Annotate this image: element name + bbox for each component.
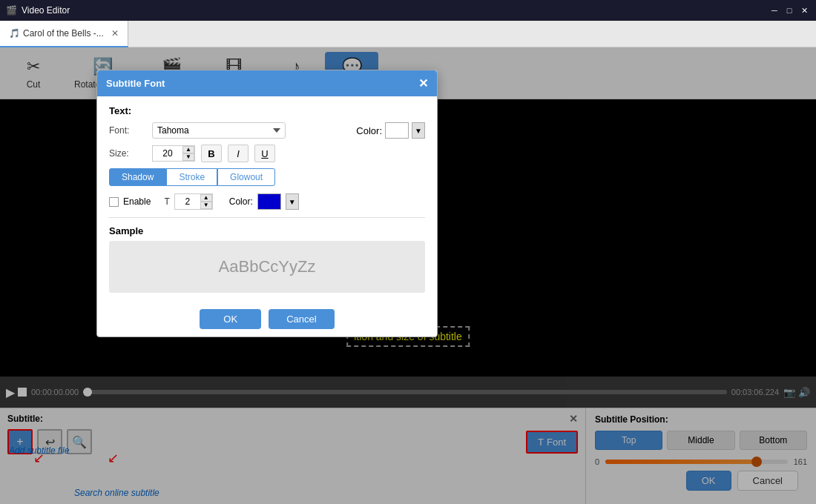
modal-overlay: Subtitle Font ✕ Text: Font: Tahoma Arial… [0,47,816,504]
modal-header: Subtitle Font ✕ [97,70,437,96]
tab-carol[interactable]: 🎵 Carol of the Bells -... ✕ [0,21,128,47]
app-title: Video Editor [22,5,70,16]
color-label: Color: [356,125,382,136]
size-row: Size: ▲ ▼ B I U [109,145,425,162]
shadow-size-down[interactable]: ▼ [200,202,212,209]
tab-close-button[interactable]: ✕ [111,28,119,39]
sample-label: Sample [109,225,425,236]
modal-title: Subtitle Font [106,78,165,89]
close-button[interactable]: ✕ [798,4,810,16]
effect-tab-shadow[interactable]: Shadow [109,168,166,186]
subtitle-font-modal: Subtitle Font ✕ Text: Font: Tahoma Arial… [96,70,438,337]
modal-ok-button[interactable]: OK [200,309,261,329]
title-bar: 🎬 Video Editor ─ □ ✕ [0,0,816,21]
modal-close-button[interactable]: ✕ [418,76,428,90]
enable-checkbox[interactable] [109,197,119,207]
sample-section: Sample AaBbCcYyZz [109,225,425,293]
separator [109,217,425,218]
shadow-color-label: Color: [229,196,253,207]
font-color-picker[interactable] [385,122,409,139]
bold-button[interactable]: B [201,145,222,162]
window-controls[interactable]: ─ □ ✕ [769,4,810,16]
maximize-button[interactable]: □ [783,4,795,16]
shadow-color-dropdown[interactable]: ▼ [286,193,299,210]
shadow-size-input[interactable] [175,195,200,208]
modal-cancel-button[interactable]: Cancel [269,309,334,329]
modal-body: Text: Font: Tahoma Arial Times New Roman… [97,96,437,302]
font-row: Font: Tahoma Arial Times New Roman Verda… [109,122,425,139]
size-down-button[interactable]: ▼ [182,153,194,161]
tab-icon: 🎵 [9,28,20,39]
underline-button[interactable]: U [254,145,275,162]
shadow-size-icon: T [164,196,169,207]
effect-tab-glowout[interactable]: Glowout [217,168,275,186]
effect-tab-stroke[interactable]: Stroke [166,168,217,186]
sample-preview: AaBbCcYyZz [109,241,425,293]
tab-label: Carol of the Bells -... [23,28,104,39]
text-section-label: Text: [109,105,425,116]
font-color-dropdown[interactable]: ▼ [412,122,425,139]
size-label: Size: [109,148,146,159]
font-color-row: Color: ▼ [356,122,425,139]
enable-row: Enable T ▲ ▼ Color: ▼ [109,193,425,210]
shadow-color-picker[interactable] [257,193,281,210]
font-label: Font: [109,125,146,136]
effect-tabs: Shadow Stroke Glowout [109,168,425,186]
italic-button[interactable]: I [228,145,249,162]
size-up-button[interactable]: ▲ [182,146,194,153]
size-input[interactable] [153,147,182,160]
tab-bar: 🎵 Carol of the Bells -... ✕ [0,21,816,47]
minimize-button[interactable]: ─ [769,4,780,16]
enable-label: Enable [123,196,151,207]
app-icon: 🎬 [6,5,17,16]
modal-footer: OK Cancel [97,302,437,336]
font-select[interactable]: Tahoma Arial Times New Roman Verdana [152,122,286,139]
shadow-size-up[interactable]: ▲ [200,194,212,202]
